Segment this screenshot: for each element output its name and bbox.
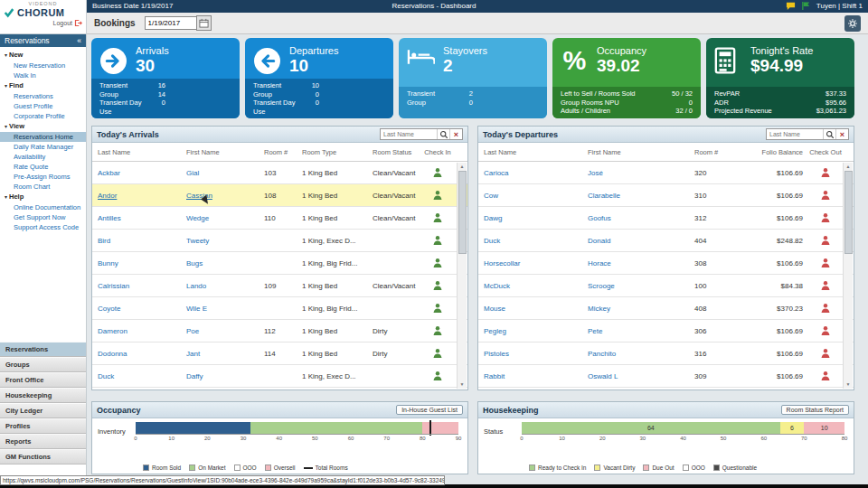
- sidebar-tree-item[interactable]: View: [0, 121, 86, 132]
- room-status-report-button[interactable]: Room Status Report: [781, 405, 849, 415]
- departures-row[interactable]: McDuck Scrooge 100 $84.38: [478, 275, 854, 297]
- check-out-button[interactable]: [807, 167, 844, 178]
- guest-last-name-link[interactable]: Bird: [98, 237, 110, 245]
- check-out-button[interactable]: [807, 258, 844, 268]
- scroll-up-icon[interactable]: ▲: [460, 163, 465, 171]
- sidebar-tree-item[interactable]: Help: [0, 192, 86, 202]
- module-item[interactable]: Groups: [0, 357, 86, 372]
- kpi-card-arrivals[interactable]: Arrivals 30 Transient 16 Group 14 Transi…: [91, 38, 240, 118]
- guest-first-name-link[interactable]: Wile E: [186, 305, 207, 313]
- sidebar-tree-item[interactable]: Rate Quote: [0, 162, 86, 172]
- sidebar-tree-item[interactable]: New Reservation: [0, 61, 86, 70]
- check-in-button[interactable]: [420, 303, 456, 314]
- sidebar-tree-item[interactable]: Guest Profile: [0, 101, 86, 111]
- check-in-button[interactable]: [420, 235, 456, 246]
- guest-first-name-link[interactable]: José: [588, 169, 603, 177]
- check-out-button[interactable]: [807, 212, 844, 223]
- guest-first-name-link[interactable]: Pete: [588, 327, 602, 335]
- kpi-card-tonights-rate[interactable]: Tonight's Rate $94.99 RevPAR $37.33 ADR …: [706, 38, 854, 118]
- departures-scrollbar[interactable]: ▲ ▼: [843, 163, 853, 389]
- guest-last-name-link[interactable]: Pegleg: [484, 327, 506, 335]
- flag-icon[interactable]: [801, 1, 811, 11]
- search-button[interactable]: [437, 129, 449, 139]
- guest-last-name-link[interactable]: Andor: [98, 192, 117, 200]
- guest-last-name-link[interactable]: Duck: [484, 237, 500, 245]
- module-item[interactable]: Profiles: [0, 418, 86, 434]
- guest-first-name-link[interactable]: Oswald L: [588, 372, 618, 380]
- kpi-card-stayovers[interactable]: Stayovers 2 Transient 2 Group 0: [399, 38, 547, 118]
- scroll-thumb[interactable]: [844, 171, 853, 254]
- guest-last-name-link[interactable]: Mouse: [484, 305, 505, 313]
- arrivals-row[interactable]: Dodonna Jant 114 1 King Bed Dirty: [92, 343, 467, 365]
- check-out-button[interactable]: [807, 235, 844, 246]
- guest-last-name-link[interactable]: Dodonna: [98, 350, 127, 358]
- arrivals-row[interactable]: Bunny Bugs 1 King, Big Frid...: [92, 252, 467, 275]
- clear-search-button[interactable]: ×: [449, 129, 462, 139]
- in-house-guest-list-button[interactable]: In-House Guest List: [396, 405, 463, 415]
- check-in-button[interactable]: [420, 258, 456, 268]
- guest-first-name-link[interactable]: Jant: [186, 350, 200, 358]
- check-in-button[interactable]: [420, 190, 456, 201]
- guest-first-name-link[interactable]: Scrooge: [588, 282, 615, 290]
- sidebar-tree-item[interactable]: Daily Rate Manager: [0, 142, 86, 152]
- check-in-button[interactable]: [420, 325, 456, 336]
- guest-first-name-link[interactable]: Poe: [186, 327, 199, 335]
- module-item[interactable]: GM Functions: [0, 449, 86, 465]
- guest-last-name-link[interactable]: Bunny: [98, 259, 118, 267]
- guest-first-name-link[interactable]: Cassian: [186, 192, 212, 200]
- sidebar-tree-item[interactable]: Find: [0, 80, 86, 91]
- check-out-button[interactable]: [807, 303, 844, 314]
- sidebar-tree-item[interactable]: New: [0, 50, 86, 61]
- departures-row[interactable]: Pegleg Pete 306 $106.69: [478, 320, 854, 343]
- departures-row[interactable]: Dawg Goofus 312 $106.69: [478, 207, 854, 230]
- collapse-chevron-icon[interactable]: «: [77, 34, 81, 47]
- guest-first-name-link[interactable]: Gial: [186, 169, 199, 177]
- arrivals-row[interactable]: Ackbar Gial 103 1 King Bed Clean/Vacant: [92, 162, 467, 184]
- sidebar-tree-item[interactable]: Get Support Now: [0, 212, 86, 222]
- module-item[interactable]: Front Office: [0, 372, 86, 388]
- guest-last-name-link[interactable]: Cow: [484, 192, 498, 200]
- scroll-down-icon[interactable]: ▼: [460, 380, 465, 389]
- scroll-thumb[interactable]: [458, 171, 467, 254]
- clear-search-button[interactable]: ×: [835, 129, 848, 139]
- arrivals-scrollbar[interactable]: ▲ ▼: [457, 163, 467, 389]
- calendar-button[interactable]: [196, 15, 212, 31]
- departures-row[interactable]: Duck Donald 404 $248.82: [478, 230, 854, 252]
- guest-last-name-link[interactable]: Calrissian: [98, 282, 129, 290]
- arrivals-search-input[interactable]: [381, 131, 437, 137]
- module-item[interactable]: Reservations: [0, 342, 86, 357]
- guest-first-name-link[interactable]: Goofus: [588, 214, 611, 222]
- guest-first-name-link[interactable]: Tweety: [186, 237, 209, 245]
- guest-last-name-link[interactable]: Ackbar: [98, 169, 120, 177]
- guest-first-name-link[interactable]: Horace: [588, 259, 611, 267]
- sidebar-tree-item[interactable]: Corporate Profile: [0, 111, 86, 121]
- settings-gear-button[interactable]: [844, 15, 861, 32]
- kpi-card-departures[interactable]: Departures 10 Transient 10 Group 0 Trans…: [245, 38, 393, 118]
- check-out-button[interactable]: [807, 348, 844, 359]
- guest-first-name-link[interactable]: Panchito: [588, 350, 616, 358]
- guest-last-name-link[interactable]: Antilles: [98, 214, 121, 222]
- check-out-button[interactable]: [807, 190, 844, 201]
- departures-search-input[interactable]: [767, 131, 823, 137]
- arrivals-row[interactable]: Coyote Wile E 1 King, Big Frid...: [92, 297, 467, 320]
- check-in-button[interactable]: [420, 280, 456, 291]
- departures-row[interactable]: Horsecollar Horace 308 $106.69: [478, 252, 854, 275]
- check-out-button[interactable]: [807, 325, 844, 336]
- search-button[interactable]: [823, 129, 835, 139]
- sidebar-tree-item[interactable]: Reservations: [0, 91, 86, 101]
- departures-row[interactable]: Cow Clarabelle 310 $106.69: [478, 184, 854, 207]
- arrivals-row[interactable]: Antilles Wedge 110 1 King Bed Clean/Vaca…: [92, 207, 467, 230]
- guest-first-name-link[interactable]: Mickey: [588, 305, 610, 313]
- check-in-button[interactable]: [420, 167, 456, 178]
- guest-last-name-link[interactable]: Carioca: [484, 169, 509, 177]
- guest-last-name-link[interactable]: Pistoles: [484, 350, 509, 358]
- sidebar-tree-item[interactable]: Availability: [0, 152, 86, 162]
- module-item[interactable]: Housekeeping: [0, 388, 86, 403]
- guest-first-name-link[interactable]: Lando: [186, 282, 206, 290]
- sidebar-tree-item[interactable]: Online Documentation: [0, 202, 86, 212]
- guest-first-name-link[interactable]: Bugs: [186, 259, 203, 267]
- departures-row[interactable]: Mouse Mickey 408 $370.23: [478, 297, 854, 320]
- guest-first-name-link[interactable]: Donald: [588, 237, 610, 245]
- scroll-up-icon[interactable]: ▲: [846, 163, 851, 171]
- departures-row[interactable]: Pistoles Panchito 316 $106.69: [478, 343, 854, 365]
